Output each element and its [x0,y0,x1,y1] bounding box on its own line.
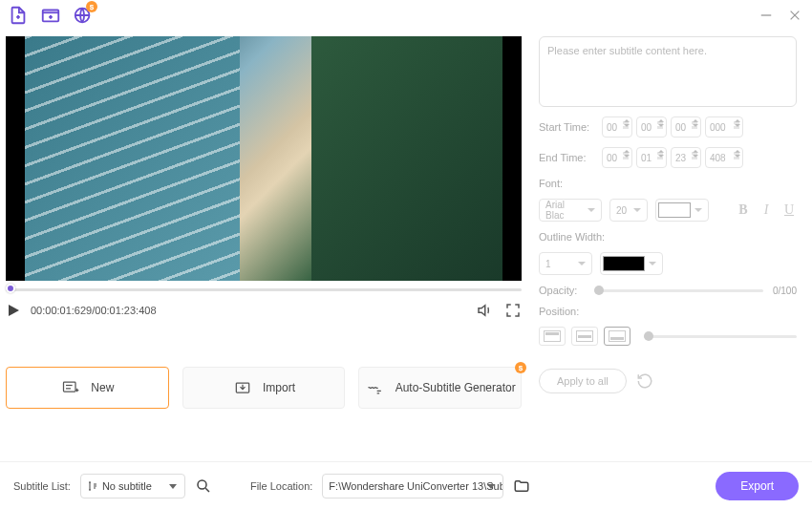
search-icon[interactable] [195,477,212,495]
end-ms-stepper[interactable]: 408 [705,147,743,168]
start-time-label: Start Time: [539,121,594,133]
outline-label: Outline Width: [539,231,797,243]
position-label: Position: [539,306,797,317]
font-family-select[interactable]: Arial Blac [539,199,602,222]
position-top-button[interactable] [539,327,566,346]
underline-button[interactable]: U [781,201,797,220]
subtitle-content-input[interactable] [539,36,797,107]
font-section-label: Font: [539,178,797,189]
font-size-select[interactable]: 20 [609,199,648,222]
fullscreen-icon[interactable] [504,302,522,319]
bottom-bar: Subtitle List: No subtitle File Location… [0,461,812,509]
font-color-select[interactable] [655,199,709,222]
opacity-value: 0/100 [773,286,797,296]
start-hour-stepper[interactable]: 00 [602,117,632,138]
timecode: 00:00:01:629/00:01:23:408 [31,305,157,316]
file-location-label: File Location: [250,480,312,492]
open-folder-icon[interactable] [513,477,530,495]
new-subtitle-card[interactable]: New [6,367,169,409]
outline-color-select[interactable] [600,252,663,275]
end-time-label: End Time: [539,152,594,163]
export-button[interactable]: Export [716,472,799,500]
position-slider[interactable] [644,335,797,338]
outline-width-select[interactable]: 1 [539,252,592,275]
svg-line-10 [205,488,209,492]
italic-button[interactable]: I [759,201,774,220]
svg-rect-5 [64,382,76,392]
auto-label: Auto-Subtitle Generator [395,381,516,394]
reset-button[interactable] [636,372,653,390]
close-button[interactable] [785,6,804,25]
position-bottom-button[interactable] [604,327,630,346]
titlebar: $ [0,0,812,31]
seek-bar[interactable] [6,286,522,292]
premium-badge: $ [86,1,97,12]
auto-subtitle-card[interactable]: Auto-Subtitle Generator $ [358,367,522,409]
svg-point-9 [198,480,206,489]
opacity-slider[interactable] [594,289,763,292]
video-preview[interactable] [6,36,522,281]
start-min-stepper[interactable]: 00 [636,117,667,138]
start-ms-stepper[interactable]: 000 [705,117,743,138]
opacity-label: Opacity: [539,285,585,296]
end-min-stepper[interactable]: 01 [636,147,667,168]
position-middle-button[interactable] [571,327,598,346]
subtitle-list-label: Subtitle List: [13,480,71,492]
minimize-button[interactable] [757,6,776,25]
premium-badge: $ [515,362,526,373]
add-url-icon[interactable]: $ [73,5,94,26]
new-label: New [91,381,114,394]
end-sec-stepper[interactable]: 23 [671,147,701,168]
file-location-select[interactable]: F:\Wondershare UniConverter 13\SubEdi... [322,474,503,498]
subtitle-list-select[interactable]: No subtitle [80,474,185,498]
import-subtitle-card[interactable]: Import [182,367,346,409]
apply-all-button[interactable]: Apply to all [539,369,627,393]
import-label: Import [263,381,295,394]
play-button[interactable] [6,303,21,318]
end-hour-stepper[interactable]: 00 [602,147,632,168]
bold-button[interactable]: B [736,201,751,220]
start-sec-stepper[interactable]: 00 [671,117,701,138]
add-file-icon[interactable] [8,5,29,26]
volume-icon[interactable] [476,302,493,319]
add-folder-icon[interactable] [40,5,61,26]
